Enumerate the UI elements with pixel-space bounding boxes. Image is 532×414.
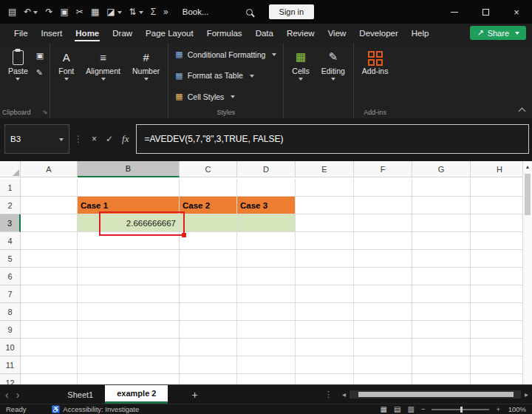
cell-D8[interactable]	[237, 303, 296, 321]
column-header-C[interactable]: C	[180, 161, 237, 177]
paste-button[interactable]: Paste	[2, 45, 34, 83]
menu-tab-help[interactable]: Help	[405, 25, 436, 41]
cell-G8[interactable]	[412, 303, 471, 321]
cell-C10[interactable]	[180, 339, 237, 356]
cell-F8[interactable]	[354, 303, 412, 321]
cell-A5[interactable]	[21, 250, 78, 268]
row-header-3[interactable]: 3	[0, 214, 21, 232]
cell-D7[interactable]	[237, 285, 296, 303]
column-header-F[interactable]: F	[354, 161, 412, 177]
row-header-1[interactable]: 1	[0, 179, 21, 197]
cell-C6[interactable]	[180, 268, 237, 285]
cell-H1[interactable]	[471, 179, 529, 197]
insert-function-button[interactable]: fx	[117, 133, 133, 145]
vertical-scrollbar[interactable]: ▲	[522, 161, 532, 384]
cell-F10[interactable]	[354, 339, 412, 356]
paste-icon[interactable]: ▦	[87, 3, 103, 21]
cell-H11[interactable]	[471, 356, 529, 374]
cell-F12[interactable]	[354, 374, 412, 384]
row-header-4[interactable]: 4	[0, 232, 21, 250]
cell-A12[interactable]	[21, 374, 78, 384]
cell-D6[interactable]	[237, 268, 296, 285]
formula-input[interactable]: =AVEDEV(5,7,"8",3,TRUE, FALSE)	[136, 124, 529, 154]
menu-tab-data[interactable]: Data	[249, 25, 280, 41]
cell-H6[interactable]	[471, 268, 529, 285]
clipboard-dialog-launcher-icon[interactable]: ⇘	[43, 109, 48, 115]
horizontal-scrollbar-thumb[interactable]	[358, 392, 514, 397]
search-button[interactable]	[242, 9, 257, 16]
cell-G7[interactable]	[412, 285, 471, 303]
cell-C8[interactable]	[180, 303, 237, 321]
qat-overflow-icon[interactable]: »	[160, 3, 172, 21]
menu-tab-page-layout[interactable]: Page Layout	[139, 25, 200, 41]
cell-G9[interactable]	[412, 321, 471, 339]
cell-B1[interactable]	[78, 179, 180, 197]
minimize-button[interactable]	[439, 0, 470, 24]
cell-H4[interactable]	[471, 232, 529, 250]
cell-A1[interactable]	[21, 179, 78, 197]
cell-B10[interactable]	[78, 339, 180, 356]
cell-B9[interactable]	[78, 321, 180, 339]
row-header-2[interactable]: 2	[0, 197, 21, 214]
cell-F5[interactable]	[354, 250, 412, 268]
zoom-slider-knob[interactable]	[460, 407, 463, 413]
cell-H2[interactable]	[471, 197, 529, 214]
cell-G5[interactable]	[412, 250, 471, 268]
menu-tab-formulas[interactable]: Formulas	[200, 25, 249, 41]
add-sheet-button[interactable]: +	[181, 385, 208, 404]
format-as-table-button[interactable]: ▦Format as Table	[172, 69, 279, 82]
row-header-10[interactable]: 10	[0, 339, 21, 356]
column-header-A[interactable]: A	[21, 161, 78, 177]
close-button[interactable]: ×	[501, 0, 532, 24]
alignment-button[interactable]: ≡Alignment	[80, 45, 126, 83]
cell-B5[interactable]	[78, 250, 180, 268]
autosum-icon[interactable]: Σ	[147, 3, 160, 21]
editing-button[interactable]: ✎Editing	[316, 45, 351, 83]
next-sheet-icon[interactable]: ›	[16, 389, 20, 401]
cell-H3[interactable]	[471, 214, 529, 232]
cell-C2[interactable]: Case 2	[180, 197, 237, 214]
horizontal-scrollbar[interactable]	[349, 390, 521, 398]
cell-G2[interactable]	[412, 197, 471, 214]
cell-A2[interactable]	[21, 197, 78, 214]
prev-sheet-icon[interactable]: ‹	[5, 389, 9, 401]
cell-C12[interactable]	[180, 374, 237, 384]
column-header-H[interactable]: H	[471, 161, 529, 177]
copy-icon[interactable]: ▣	[56, 3, 72, 21]
zoom-level[interactable]: 100%	[507, 405, 526, 413]
cell-A11[interactable]	[21, 356, 78, 374]
cell-C11[interactable]	[180, 356, 237, 374]
cell-H10[interactable]	[471, 339, 529, 356]
addins-button[interactable]: Add-ins	[356, 45, 395, 75]
cell-D9[interactable]	[237, 321, 296, 339]
cell-A10[interactable]	[21, 339, 78, 356]
cell-E12[interactable]	[296, 374, 354, 384]
cell-D3[interactable]	[237, 214, 296, 232]
cell-E10[interactable]	[296, 339, 354, 356]
cell-C1[interactable]	[180, 179, 237, 197]
cell-B8[interactable]	[78, 303, 180, 321]
row-header-11[interactable]: 11	[0, 356, 21, 374]
cell-F6[interactable]	[354, 268, 412, 285]
cell-styles-button[interactable]: ▦Cell Styles	[172, 90, 279, 103]
cell-A9[interactable]	[21, 321, 78, 339]
cell-E8[interactable]	[296, 303, 354, 321]
cell-D1[interactable]	[237, 179, 296, 197]
cell-A3[interactable]	[21, 214, 78, 232]
cell-F9[interactable]	[354, 321, 412, 339]
maximize-button[interactable]	[470, 0, 501, 24]
scroll-right-icon[interactable]: ▸	[525, 390, 528, 398]
cell-B2[interactable]: Case 1	[78, 197, 180, 214]
menu-tab-developer[interactable]: Developer	[352, 25, 404, 41]
format-painter-icon[interactable]: ◪	[103, 3, 125, 21]
cell-E7[interactable]	[296, 285, 354, 303]
share-button[interactable]: ↗ Share	[470, 26, 526, 40]
cell-G1[interactable]	[412, 179, 471, 197]
cell-D11[interactable]	[237, 356, 296, 374]
cell-A4[interactable]	[21, 232, 78, 250]
scroll-up-icon[interactable]: ▲	[523, 161, 532, 172]
save-icon[interactable]: ▤	[4, 3, 20, 21]
cell-E5[interactable]	[296, 250, 354, 268]
zoom-out-icon[interactable]: −	[421, 405, 426, 413]
sign-in-button[interactable]: Sign in	[269, 4, 315, 19]
